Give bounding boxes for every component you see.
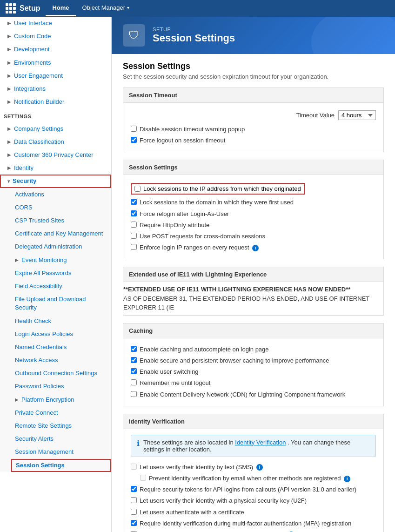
require-httponly-checkbox[interactable] — [131, 222, 137, 228]
info-icon-enforce-login[interactable]: i — [252, 245, 259, 251]
require-httponly-label: Require HttpOnly attribute — [140, 221, 209, 229]
caching-body: Enable caching and autocomplete on login… — [123, 338, 383, 406]
info-icon-sms[interactable]: i — [256, 464, 263, 471]
sidebar-item-network-access[interactable]: Network Access — [11, 354, 111, 367]
lock-ip-label: Lock sessions to the IP address from whi… — [143, 185, 301, 192]
app-launcher-button[interactable] — [4, 1, 18, 15]
sidebar-item-event-monitoring[interactable]: ▶ Event Monitoring — [11, 254, 111, 267]
sidebar-item-platform-encryption[interactable]: ▶ Platform Encryption — [11, 393, 111, 406]
use-post-checkbox[interactable] — [131, 233, 137, 239]
sidebar-item-user-interface[interactable]: ▶ User Interface — [0, 17, 111, 30]
sidebar-item-security-alerts[interactable]: Security Alerts — [11, 432, 111, 445]
timeout-select[interactable]: 4 hours 2 hours 8 hours 12 hours 1 hour — [338, 110, 376, 120]
prevent-email-verify-row: Prevent identity verification by email w… — [131, 473, 376, 484]
sidebar-item-development[interactable]: ▶ Development — [0, 43, 111, 56]
sidebar-item-csp-trusted-sites[interactable]: CSP Trusted Sites — [11, 214, 111, 227]
sidebar-item-cors[interactable]: CORS — [11, 201, 111, 214]
shield-icon: 🛡 — [128, 29, 140, 42]
sidebar-item-notification-builder[interactable]: ▶ Notification Builder — [0, 95, 111, 108]
cert-auth-checkbox[interactable] — [131, 509, 137, 515]
tab-object-manager[interactable]: Object Manager ▾ — [76, 0, 136, 16]
tab-home[interactable]: Home — [46, 0, 75, 16]
sidebar-item-expire-passwords[interactable]: Expire All Passwords — [11, 267, 111, 280]
identity-verification-section: Identity Verification ℹ These settings a… — [123, 414, 384, 532]
sidebar-item-file-upload[interactable]: File Upload and Download Security — [11, 293, 111, 314]
enable-cdn-checkbox[interactable] — [131, 391, 137, 397]
physical-key-row: Let users verify their identity with a p… — [131, 495, 376, 506]
ie11-section: Extended use of IE11 with Lightning Expe… — [123, 267, 384, 316]
chevron-right-icon: ▶ — [7, 73, 11, 79]
sidebar-item-login-access[interactable]: Login Access Policies — [11, 328, 111, 341]
disable-timeout-warning-checkbox[interactable] — [131, 126, 137, 132]
content-area: 🛡 SETUP Session Settings Session Setting… — [112, 17, 395, 532]
session-settings-section: Session Settings Lock sessions to the IP… — [123, 160, 384, 259]
force-logout-checkbox[interactable] — [131, 137, 137, 143]
chevron-right-icon: ▶ — [7, 86, 11, 92]
remember-me-row: Remember me until logout — [131, 377, 376, 389]
physical-key-checkbox[interactable] — [131, 497, 137, 503]
timeout-value-label: Timeout Value — [296, 112, 335, 119]
sidebar-item-user-engagement[interactable]: ▶ User Engagement — [0, 69, 111, 82]
sidebar-item-customer-360[interactable]: ▶ Customer 360 Privacy Center — [0, 148, 111, 162]
sidebar-item-activations[interactable]: Activations — [11, 188, 111, 201]
sms-verify-checkbox[interactable] — [131, 464, 137, 470]
sidebar-item-company-settings[interactable]: ▶ Company Settings — [0, 122, 111, 135]
enable-secure-caching-row: Enable secure and persistent browser cac… — [131, 355, 376, 366]
enforce-login-ip-row: Enforce login IP ranges on every request… — [131, 242, 376, 253]
identity-verification-link[interactable]: Identity Verification — [235, 439, 286, 446]
sidebar-item-environments[interactable]: ▶ Environments — [0, 56, 111, 69]
sidebar-item-health-check[interactable]: Health Check — [11, 315, 111, 328]
security-tokens-checkbox[interactable] — [131, 486, 137, 492]
sidebar-item-password-policies[interactable]: Password Policies — [11, 380, 111, 393]
enable-secure-caching-checkbox[interactable] — [131, 357, 137, 363]
ie11-line1: **EXTENDED USE OF IE11 WITH LIGHTNING EX… — [123, 285, 383, 294]
sidebar-item-cert-key-mgmt[interactable]: Certificate and Key Management — [11, 227, 111, 240]
force-logout-label: Force logout on session timeout — [140, 136, 225, 145]
sidebar-item-field-accessibility[interactable]: Field Accessibility — [11, 280, 111, 293]
lock-domain-label: Lock sessions to the domain in which the… — [140, 198, 294, 207]
sidebar-item-identity[interactable]: ▶ Identity — [0, 162, 111, 175]
sidebar-item-custom-code[interactable]: ▶ Custom Code — [0, 30, 111, 43]
sidebar-item-session-management[interactable]: Session Management — [11, 445, 111, 458]
chevron-down-icon: ▾ — [7, 178, 10, 185]
chevron-right-icon: ▶ — [7, 60, 11, 66]
remember-me-checkbox[interactable] — [131, 379, 137, 385]
sidebar-item-outbound-connection[interactable]: Outbound Connection Settings — [11, 367, 111, 380]
chevron-right-icon: ▶ — [7, 46, 11, 53]
force-relogin-checkbox[interactable] — [131, 210, 137, 216]
chevron-right-icon: ▶ — [7, 139, 11, 145]
chevron-right-icon: ▶ — [7, 33, 11, 40]
page-header-banner: 🛡 SETUP Session Settings — [112, 17, 395, 54]
sidebar-item-delegated-admin[interactable]: Delegated Administration — [11, 240, 111, 253]
mfa-registration-checkbox[interactable] — [131, 520, 137, 526]
session-timeout-body: Timeout Value 4 hours 2 hours 8 hours 12… — [123, 103, 383, 152]
sidebar-item-named-credentials[interactable]: Named Credentials — [11, 341, 111, 354]
enforce-login-ip-label: Enforce login IP ranges on every request… — [140, 243, 259, 252]
session-settings-header: Session Settings — [123, 160, 383, 175]
info-icon-prevent-email[interactable]: i — [344, 476, 350, 482]
sidebar-item-data-classification[interactable]: ▶ Data Classification — [0, 135, 111, 148]
cert-auth-label: Let users authenticate with a certificat… — [140, 508, 244, 517]
sidebar-item-session-settings[interactable]: Session Settings — [11, 459, 111, 472]
page-subtitle: Set the session security and session exp… — [123, 73, 384, 80]
lock-domain-checkbox[interactable] — [131, 199, 137, 205]
mfa-registration-row: Require identity verification during mul… — [131, 518, 376, 529]
app-title: Setup — [20, 4, 40, 13]
physical-key-label: Let users verify their identity with a p… — [140, 497, 307, 505]
remember-me-label: Remember me until logout — [140, 379, 210, 387]
enforce-login-ip-checkbox[interactable] — [131, 244, 137, 250]
sidebar-item-private-connect[interactable]: Private Connect — [11, 406, 111, 419]
setup-label: SETUP — [153, 27, 235, 32]
enable-user-switching-checkbox[interactable] — [131, 368, 137, 374]
sidebar-item-security[interactable]: ▾ Security — [0, 175, 111, 188]
security-tokens-label: Require security tokens for API logins f… — [140, 485, 356, 494]
prevent-email-verify-checkbox[interactable] — [140, 475, 146, 481]
page-title-main: Session Settings — [123, 61, 384, 71]
enable-caching-checkbox[interactable] — [131, 346, 137, 352]
cert-auth-row: Let users authenticate with a certificat… — [131, 507, 376, 518]
lock-ip-checkbox[interactable] — [134, 186, 141, 192]
chevron-right-icon: ▶ — [7, 152, 11, 158]
header-text: SETUP Session Settings — [153, 27, 235, 44]
sidebar-item-integrations[interactable]: ▶ Integrations — [0, 82, 111, 95]
sidebar-item-remote-site[interactable]: Remote Site Settings — [11, 419, 111, 432]
